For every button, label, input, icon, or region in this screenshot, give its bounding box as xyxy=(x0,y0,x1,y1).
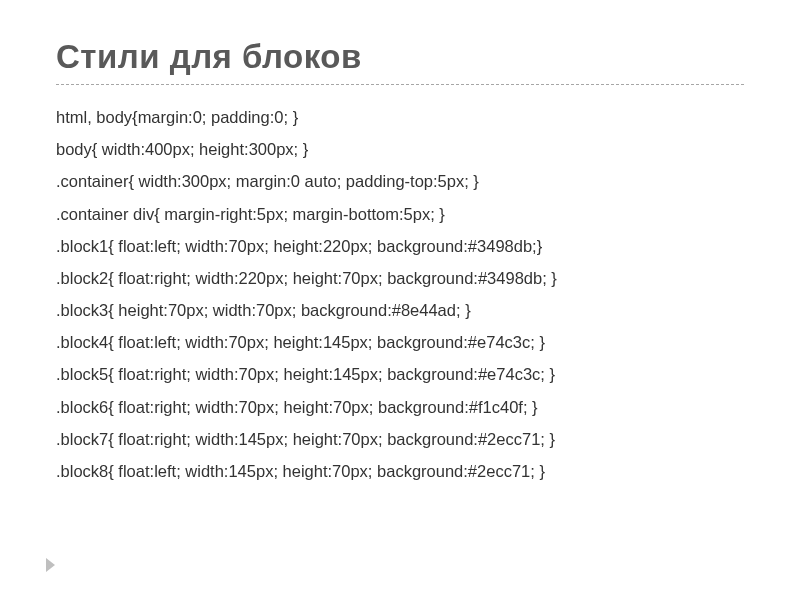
slide-caret-icon xyxy=(46,558,55,572)
code-line: .block1{ float:left; width:70px; height:… xyxy=(56,230,744,262)
code-line: .block8{ float:left; width:145px; height… xyxy=(56,455,744,487)
code-line: .block6{ float:right; width:70px; height… xyxy=(56,391,744,423)
code-line: .container{ width:300px; margin:0 auto; … xyxy=(56,165,744,197)
title-underline xyxy=(56,84,744,85)
code-line: body{ width:400px; height:300px; } xyxy=(56,133,744,165)
code-line: .block2{ float:right; width:220px; heigh… xyxy=(56,262,744,294)
code-line: .block4{ float:left; width:70px; height:… xyxy=(56,326,744,358)
code-line: html, body{margin:0; padding:0; } xyxy=(56,101,744,133)
code-line: .block5{ float:right; width:70px; height… xyxy=(56,358,744,390)
slide: Стили для блоков html, body{margin:0; pa… xyxy=(0,0,800,600)
slide-title: Стили для блоков xyxy=(56,38,744,76)
code-line: .block7{ float:right; width:145px; heigh… xyxy=(56,423,744,455)
code-line: .block3{ height:70px; width:70px; backgr… xyxy=(56,294,744,326)
css-code-block: html, body{margin:0; padding:0; } body{ … xyxy=(56,101,744,487)
code-line: .container div{ margin-right:5px; margin… xyxy=(56,198,744,230)
